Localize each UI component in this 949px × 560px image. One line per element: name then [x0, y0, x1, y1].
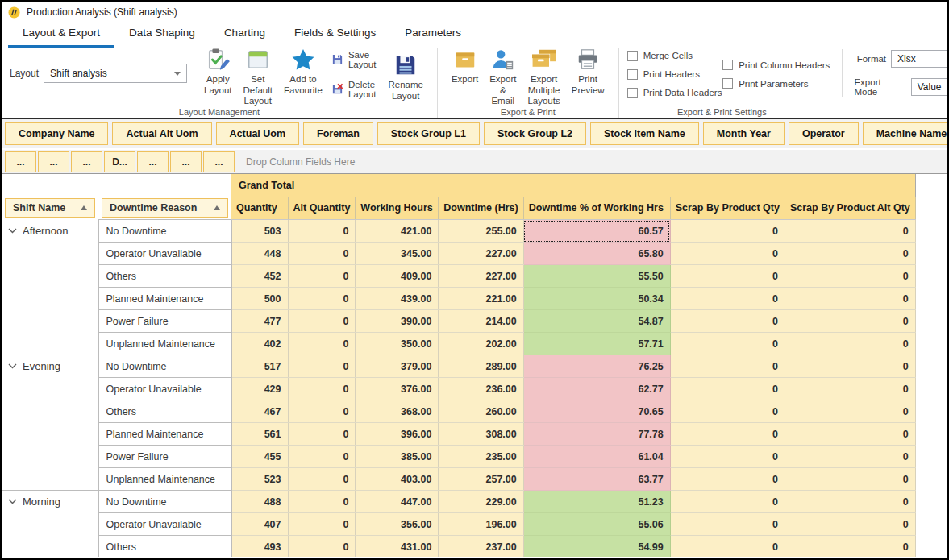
data-cell[interactable]: 51.23 [523, 491, 670, 513]
data-cell[interactable]: 308.00 [439, 423, 523, 446]
tab-layout-export[interactable]: Layout & Export [8, 23, 114, 48]
filter-field-stock-group-l2[interactable]: Stock Group L2 [484, 122, 586, 145]
data-cell[interactable]: 0 [288, 468, 356, 491]
data-cell[interactable]: 0 [670, 378, 785, 400]
delete-layout-button[interactable]: Delete Layout [331, 80, 377, 99]
column-header-scrap-by-product-qty[interactable]: Scrap By Product Qty [670, 197, 785, 220]
data-cell[interactable]: 257.00 [439, 468, 523, 491]
column-chip-6[interactable]: ... [203, 151, 235, 172]
collapse-chevron-icon[interactable] [8, 363, 17, 369]
filter-field-stock-item-name[interactable]: Stock Item Name [590, 122, 699, 145]
data-cell[interactable]: 229.00 [439, 491, 523, 513]
data-cell[interactable]: 0 [785, 243, 915, 265]
data-cell[interactable]: 0 [785, 333, 915, 355]
column-chip-3[interactable]: D... [104, 151, 135, 172]
data-cell[interactable]: 289.00 [439, 355, 523, 378]
data-cell[interactable]: 0 [288, 265, 356, 288]
downtime-reason-cell[interactable]: Others [98, 265, 231, 288]
data-cell[interactable]: 0 [785, 288, 915, 310]
data-cell[interactable]: 452 [231, 265, 288, 288]
data-cell[interactable]: 467 [231, 400, 288, 423]
export-multiple-layouts-button[interactable]: Export Multiple Layouts [522, 45, 565, 110]
data-cell[interactable]: 0 [670, 400, 785, 423]
data-cell[interactable]: 0 [785, 265, 915, 288]
column-chip-4[interactable]: ... [137, 151, 169, 172]
column-chip-1[interactable]: ... [38, 151, 69, 172]
data-cell[interactable]: 235.00 [439, 446, 523, 468]
data-cell[interactable]: 227.00 [439, 265, 523, 288]
data-cell[interactable]: 390.00 [356, 310, 439, 333]
downtime-reason-cell[interactable]: Others [98, 536, 231, 558]
data-cell[interactable]: 65.80 [523, 243, 670, 265]
data-cell[interactable]: 0 [785, 355, 915, 378]
data-cell[interactable]: 0 [670, 288, 785, 310]
data-cell[interactable]: 55.06 [523, 513, 670, 536]
data-cell[interactable]: 0 [670, 355, 785, 378]
data-cell[interactable]: 403.00 [356, 468, 439, 491]
data-cell[interactable]: 0 [785, 310, 915, 333]
data-cell[interactable]: 63.77 [523, 468, 670, 491]
add-to-favourite-button[interactable]: Add to Favourite [278, 45, 328, 110]
filter-field-company-name[interactable]: Company Name [5, 122, 108, 145]
column-chip-2[interactable]: ... [71, 151, 102, 172]
data-cell[interactable]: 376.00 [356, 378, 439, 400]
export-button[interactable]: Export [446, 45, 484, 110]
apply-layout-button[interactable]: Apply Layout [198, 45, 238, 110]
data-cell[interactable]: 345.00 [356, 243, 439, 265]
filter-field-month-year[interactable]: Month Year [703, 122, 785, 145]
data-cell[interactable]: 517 [231, 355, 288, 378]
data-cell[interactable]: 561 [231, 423, 288, 446]
shift-group-evening[interactable]: Evening [2, 355, 98, 491]
data-cell[interactable]: 0 [288, 310, 356, 333]
data-cell[interactable]: 0 [785, 220, 915, 243]
filter-field-stock-group-l1[interactable]: Stock Group L1 [377, 122, 480, 145]
downtime-reason-cell[interactable]: Power Failure [98, 310, 231, 333]
data-cell[interactable]: 214.00 [439, 310, 523, 333]
data-cell[interactable]: 0 [670, 536, 785, 558]
data-cell[interactable]: 477 [231, 310, 288, 333]
merge-cells-checkbox[interactable]: Merge Cells [627, 51, 723, 61]
downtime-reason-cell[interactable]: Operator Unavailable [98, 513, 231, 536]
data-cell[interactable]: 0 [670, 265, 785, 288]
data-cell[interactable]: 379.00 [356, 355, 439, 378]
downtime-reason-cell[interactable]: Planned Maintenance [98, 288, 231, 310]
tab-charting[interactable]: Charting [210, 23, 280, 48]
save-layout-button[interactable]: Save Layout [331, 50, 377, 69]
data-cell[interactable]: 385.00 [356, 446, 439, 468]
export-mode-dropdown[interactable]: Value [911, 78, 949, 96]
data-cell[interactable]: 62.77 [523, 378, 670, 400]
data-cell[interactable]: 0 [288, 446, 356, 468]
data-cell[interactable]: 76.25 [523, 355, 670, 378]
data-cell[interactable]: 0 [670, 423, 785, 446]
column-header-quantity[interactable]: Quantity [231, 197, 288, 220]
print-data-headers-checkbox[interactable]: Print Data Headers [627, 88, 723, 98]
print-column-headers-checkbox[interactable]: Print Column Headers [722, 60, 842, 70]
data-cell[interactable]: 0 [670, 310, 785, 333]
column-header-downtime-of-working-hrs[interactable]: Downtime % of Working Hrs [523, 197, 670, 220]
data-cell[interactable]: 0 [670, 220, 785, 243]
data-cell[interactable]: 396.00 [356, 423, 439, 446]
collapse-chevron-icon[interactable] [8, 499, 17, 504]
layout-dropdown[interactable]: Shift analysis [44, 64, 187, 83]
shift-group-morning[interactable]: Morning [2, 491, 98, 558]
data-cell[interactable]: 431.00 [356, 536, 439, 558]
data-cell[interactable]: 0 [288, 423, 356, 446]
data-cell[interactable]: 54.99 [523, 536, 670, 558]
filter-field-actual-alt-uom[interactable]: Actual Alt Uom [112, 122, 211, 145]
data-cell[interactable]: 237.00 [439, 536, 523, 558]
downtime-reason-cell[interactable]: No Downtime [98, 220, 231, 243]
data-cell[interactable]: 0 [670, 446, 785, 468]
rename-layout-button[interactable]: Rename Layout [382, 51, 428, 104]
data-cell[interactable]: 0 [288, 536, 356, 558]
data-cell[interactable]: 0 [288, 355, 356, 378]
filter-field-foreman[interactable]: Foreman [303, 122, 373, 145]
downtime-reason-cell[interactable]: Unplanned Maintenance [98, 333, 231, 355]
data-cell[interactable]: 260.00 [439, 400, 523, 423]
tab-parameters[interactable]: Parameters [390, 23, 476, 48]
data-cell[interactable]: 60.57 [523, 220, 670, 243]
data-cell[interactable]: 0 [785, 446, 915, 468]
data-cell[interactable]: 70.65 [523, 400, 670, 423]
data-cell[interactable]: 493 [231, 536, 288, 558]
data-cell[interactable]: 0 [670, 513, 785, 536]
data-cell[interactable]: 356.00 [356, 513, 439, 536]
